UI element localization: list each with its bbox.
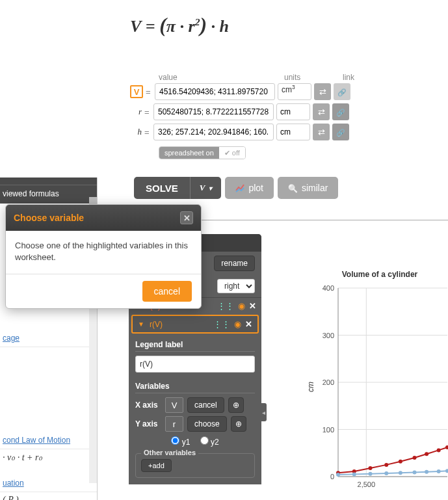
search-icon [288, 183, 298, 193]
legend-label-header: Legend label [135, 340, 255, 352]
col-link-header: link [343, 73, 354, 82]
other-variables-title: Other variables [141, 449, 198, 456]
action-row: SOLVE V plot similar [134, 177, 338, 199]
close-icon[interactable]: ✕ [245, 319, 252, 329]
svg-point-26 [384, 471, 388, 475]
y1-radio[interactable]: y1 [171, 438, 190, 447]
variable-value-input[interactable] [153, 124, 274, 140]
target-icon[interactable] [228, 397, 244, 413]
svg-text:100: 100 [323, 426, 334, 434]
svg-point-20 [425, 452, 428, 456]
target-icon[interactable] [231, 416, 246, 432]
sidebar-formula: ( P ) [0, 492, 97, 500]
x-axis-label: X axis [135, 401, 161, 410]
solve-button[interactable]: SOLVE V [134, 177, 221, 199]
trace-row-active[interactable]: ▼ r(V) ⋮⋮ ◉ ✕ [131, 315, 259, 334]
variable-units-input[interactable] [276, 124, 310, 140]
chart-icon [235, 183, 244, 192]
svg-text:300: 300 [323, 332, 334, 339]
chart-svg: 01002003004002,500 [311, 282, 448, 496]
variable-row: V = cm3 [130, 83, 354, 100]
svg-point-19 [413, 456, 417, 460]
svg-text:0: 0 [330, 473, 334, 480]
svg-point-27 [399, 471, 402, 475]
viewed-formulas-header: viewed formulas [0, 185, 97, 204]
choose-variable-modal: Choose variable ✕ Choose one of the high… [5, 204, 202, 309]
connect-icon[interactable]: ⋮⋮ [217, 301, 234, 311]
x-axis-var[interactable]: V [165, 397, 183, 413]
caret-down-icon [209, 183, 212, 193]
sidebar-link[interactable]: cond Law of Motion [0, 432, 97, 449]
y-axis-var[interactable]: r [165, 416, 183, 432]
modal-cancel-button[interactable]: cancel [142, 281, 192, 302]
svg-point-22 [445, 445, 448, 449]
align-select[interactable]: right [217, 279, 255, 293]
connect-icon[interactable]: ⋮⋮ [213, 319, 230, 329]
chart-title: Volume of a cylinder [311, 270, 448, 279]
col-units-header: units [284, 73, 324, 82]
modal-body: Choose one of the highlighted variables … [6, 231, 201, 274]
svg-point-18 [399, 460, 402, 464]
link-icon[interactable] [334, 83, 350, 100]
close-icon[interactable]: ✕ [249, 301, 256, 311]
rename-button[interactable]: rename [214, 256, 255, 271]
eye-icon[interactable]: ◉ [234, 319, 241, 329]
variable-value-input[interactable] [155, 83, 275, 100]
svg-point-28 [413, 470, 417, 474]
x-axis-cancel-button[interactable]: cancel [187, 397, 224, 413]
modal-title: Choose variable [14, 213, 84, 223]
legend-label-input[interactable] [135, 356, 255, 373]
svg-text:2,500: 2,500 [358, 480, 376, 488]
link-icon[interactable] [332, 103, 349, 120]
chart-ylabel: cm [306, 382, 315, 392]
variable-table: value units link V = cm3 r = h = spreads… [130, 73, 354, 159]
y-axis-label: Y axis [135, 419, 161, 428]
chevron-down-icon: ▼ [138, 321, 144, 328]
variable-badge[interactable]: V [130, 85, 143, 98]
svg-point-25 [368, 472, 372, 476]
variable-value-input[interactable] [153, 103, 274, 120]
sidebar-formula: · v₀ · t + r₀ [0, 449, 97, 464]
sidebar-link[interactable]: uation [0, 475, 97, 492]
svg-point-30 [437, 469, 441, 473]
swap-icon[interactable] [314, 83, 331, 100]
modal-close-button[interactable]: ✕ [180, 211, 193, 224]
svg-point-24 [352, 472, 356, 476]
sidebar-link[interactable]: cage [0, 330, 97, 347]
svg-point-29 [425, 470, 428, 474]
variable-units-input[interactable]: cm3 [278, 83, 311, 100]
link-icon[interactable] [332, 124, 349, 140]
variable-row: r = [130, 103, 354, 120]
variable-row: h = [130, 124, 354, 140]
swap-icon[interactable] [313, 103, 330, 120]
plot-button[interactable]: plot [225, 177, 274, 199]
y-axis-choose-button[interactable]: choose [187, 416, 227, 432]
svg-point-16 [368, 466, 372, 470]
chart-area: Volume of a cylinder cm 01002003004002,5… [311, 270, 448, 500]
variables-header: Variables [135, 382, 255, 393]
variable-units-input[interactable] [276, 103, 310, 120]
svg-point-23 [336, 473, 340, 477]
check-icon: ✔ [224, 149, 230, 157]
add-variable-button[interactable]: +add [141, 459, 172, 472]
svg-text:400: 400 [323, 284, 334, 292]
y2-radio[interactable]: y2 [200, 438, 219, 447]
similar-button[interactable]: similar [278, 177, 338, 199]
svg-point-17 [384, 463, 388, 467]
col-value-header: value [159, 73, 284, 82]
svg-point-31 [445, 469, 448, 473]
eye-icon[interactable]: ◉ [238, 301, 245, 311]
formula-display: V = (π · r2) · h [130, 13, 229, 37]
svg-text:200: 200 [323, 378, 334, 386]
variable-symbol: r [130, 107, 142, 117]
swap-icon[interactable] [313, 124, 330, 140]
other-variables-box: Other variables +add [135, 453, 255, 478]
spreadsheet-toggle[interactable]: spreadsheet on ✔off [159, 146, 246, 159]
panel-drag-handle[interactable]: ◂ [260, 403, 267, 421]
svg-point-21 [437, 448, 441, 452]
variable-symbol: h [130, 127, 142, 137]
